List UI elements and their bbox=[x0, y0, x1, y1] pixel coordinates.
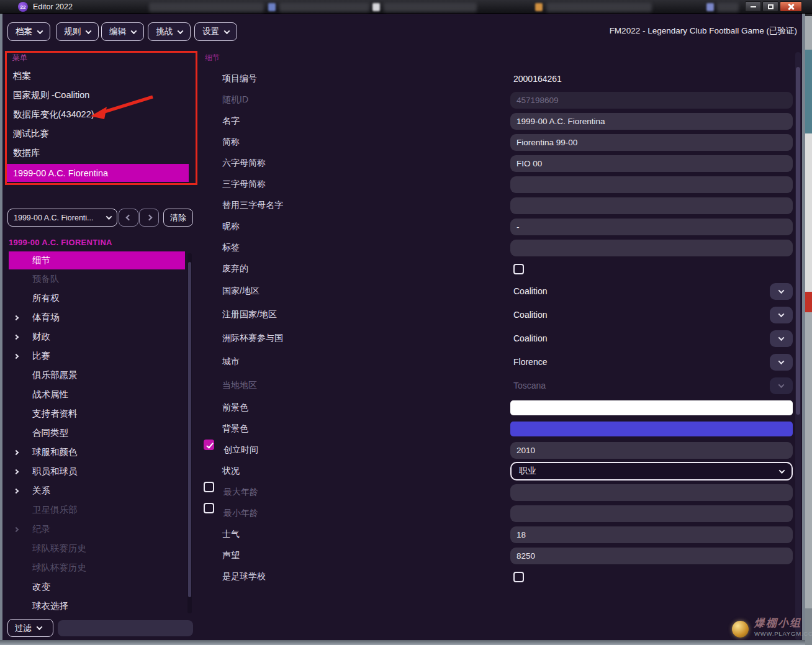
menu-button-edit[interactable]: 编辑 bbox=[101, 22, 144, 41]
nav-item[interactable]: 球衣选择 bbox=[9, 597, 185, 616]
three-letter-name-input[interactable] bbox=[510, 176, 793, 193]
main-scrollbar[interactable] bbox=[795, 52, 801, 640]
maximize-button[interactable] bbox=[762, 1, 778, 12]
max-age-input[interactable] bbox=[510, 484, 793, 501]
menu-item[interactable]: 测试比赛 bbox=[7, 124, 194, 143]
max-age-checkbox[interactable] bbox=[204, 482, 214, 492]
nav-item[interactable]: 财政 bbox=[9, 327, 185, 346]
nickname-value-area: - bbox=[510, 216, 793, 237]
nav-item[interactable]: 关系 bbox=[9, 481, 185, 500]
menu-button-label: 规则 bbox=[64, 26, 81, 37]
menu-button-challenge[interactable]: 挑战 bbox=[148, 22, 191, 41]
menu-item[interactable]: 档案 bbox=[7, 66, 194, 86]
nav-item-label: 卫星俱乐部 bbox=[32, 504, 78, 516]
is-football-school-checkbox[interactable] bbox=[513, 572, 524, 582]
nav-item-label: 战术属性 bbox=[32, 389, 68, 400]
tag-input[interactable] bbox=[510, 240, 793, 256]
local-region-label: 当地地区 bbox=[222, 380, 257, 391]
local-region-value: Toscana bbox=[510, 381, 546, 390]
reputation-input[interactable]: 8250 bbox=[510, 548, 793, 564]
nav-item[interactable]: 预备队 bbox=[9, 269, 185, 289]
nation-value: Coalition bbox=[510, 286, 547, 296]
clear-button[interactable]: 清除 bbox=[163, 209, 193, 227]
blurred-tab bbox=[546, 2, 652, 12]
menu-button-rules[interactable]: 规则 bbox=[56, 22, 99, 41]
nav-item[interactable]: 职员和球员 bbox=[9, 462, 185, 481]
short-name-input[interactable]: Fiorentina 99-00 bbox=[510, 134, 793, 151]
min-age-checkbox[interactable] bbox=[204, 503, 214, 513]
scrollbar-thumb[interactable] bbox=[796, 67, 800, 415]
name-input[interactable]: 1999-00 A.C. Fiorentina bbox=[510, 113, 793, 130]
menu-item[interactable]: 数据库 bbox=[7, 143, 194, 163]
record-selector-dropdown[interactable]: 1999-00 A.C. Fiorenti... bbox=[7, 209, 117, 227]
minimize-button[interactable] bbox=[745, 1, 761, 12]
menu-item[interactable]: 国家规则 -Coalition bbox=[7, 86, 194, 105]
form-row-nickname: 昵称- bbox=[204, 216, 793, 237]
chevron-left-icon bbox=[125, 215, 132, 221]
nav-item[interactable]: 球队联赛历史 bbox=[9, 539, 185, 558]
background-color-swatch[interactable] bbox=[510, 422, 793, 436]
nav-item-label: 细节 bbox=[32, 255, 50, 266]
form-row-short-name: 简称Fiorentina 99-00 bbox=[204, 132, 793, 153]
max-age-label: 最大年龄 bbox=[223, 487, 258, 498]
reputation-label: 声望 bbox=[222, 550, 240, 561]
nav-item[interactable]: 卫星俱乐部 bbox=[9, 500, 185, 520]
menu-item[interactable]: 1999-00 A.C. Fiorentina bbox=[7, 164, 189, 182]
city-dropdown-button[interactable] bbox=[770, 354, 793, 371]
nav-item[interactable]: 改变 bbox=[9, 577, 185, 597]
blurred-tab bbox=[149, 2, 264, 12]
foreground-color-swatch[interactable] bbox=[510, 400, 793, 415]
random-id-label: 随机ID bbox=[222, 94, 248, 106]
blurred-tab bbox=[279, 2, 369, 12]
nav-item[interactable]: 体育场 bbox=[9, 308, 185, 327]
sidebar-scrollbar[interactable] bbox=[187, 253, 192, 613]
nav-item[interactable]: 俱乐部愿景 bbox=[9, 366, 185, 385]
year-founded-input[interactable]: 2010 bbox=[510, 442, 793, 459]
nav-item[interactable]: 球服和颜色 bbox=[9, 443, 185, 462]
filter-button[interactable]: 过滤 bbox=[7, 619, 53, 637]
year-founded-checkbox[interactable] bbox=[204, 440, 214, 450]
nickname-input[interactable]: - bbox=[510, 219, 793, 235]
chevron-down-icon bbox=[778, 335, 785, 341]
nav-item[interactable]: 细节 bbox=[9, 251, 185, 269]
nav-item[interactable]: 所有权 bbox=[9, 289, 185, 308]
form-row-local-region: 当地地区Toscana bbox=[204, 374, 793, 397]
is-football-school-label: 是足球学校 bbox=[222, 571, 266, 582]
chevron-down-icon bbox=[37, 624, 43, 630]
extinct-checkbox[interactable] bbox=[513, 264, 524, 274]
nav-item[interactable]: 支持者资料 bbox=[9, 404, 185, 423]
nav-item[interactable]: 球队杯赛历史 bbox=[9, 558, 185, 577]
blurred-tab bbox=[717, 2, 739, 12]
scrollbar-thumb[interactable] bbox=[188, 262, 191, 597]
window-title: Editor 2022 bbox=[33, 2, 73, 11]
nav-item[interactable]: 战术属性 bbox=[9, 385, 185, 404]
menu-button-label: 设置 bbox=[202, 26, 219, 37]
chevron-right-icon bbox=[146, 215, 152, 221]
min-age-input[interactable] bbox=[510, 505, 793, 522]
continental-nation-label: 洲际杯赛参与国 bbox=[222, 333, 283, 344]
six-letter-name-input[interactable]: FIO 00 bbox=[510, 155, 793, 172]
menu-button-settings[interactable]: 设置 bbox=[194, 22, 237, 41]
next-record-button[interactable] bbox=[139, 209, 159, 227]
close-button[interactable] bbox=[780, 1, 802, 12]
expand-chevron-icon bbox=[14, 469, 19, 474]
six-letter-name-value-area: FIO 00 bbox=[510, 153, 793, 174]
nation-dropdown-button[interactable] bbox=[770, 283, 793, 300]
previous-record-button[interactable] bbox=[119, 209, 138, 227]
favicon-icon bbox=[268, 3, 276, 11]
menu-item[interactable]: 数据库变化(434022) bbox=[7, 105, 194, 124]
nav-item[interactable]: 纪录 bbox=[9, 520, 185, 539]
chevron-down-icon bbox=[779, 467, 785, 474]
continental-nation-dropdown-button[interactable] bbox=[770, 330, 793, 347]
nav-item[interactable]: 合同类型 bbox=[9, 423, 185, 443]
status-select[interactable]: 职业 bbox=[510, 462, 793, 480]
nav-item[interactable]: 比赛 bbox=[9, 346, 185, 366]
menu-button-file[interactable]: 档案 bbox=[7, 22, 50, 41]
nav-item-label: 球队杯赛历史 bbox=[32, 562, 86, 574]
alt-three-letter-name-input[interactable] bbox=[510, 197, 793, 214]
filter-input[interactable] bbox=[58, 620, 193, 636]
morale-input[interactable]: 18 bbox=[510, 526, 793, 543]
short-name-input-value: Fiorentina 99-00 bbox=[517, 138, 577, 147]
nav-item-label: 财政 bbox=[32, 331, 50, 343]
registered-nation-dropdown-button[interactable] bbox=[770, 307, 793, 323]
